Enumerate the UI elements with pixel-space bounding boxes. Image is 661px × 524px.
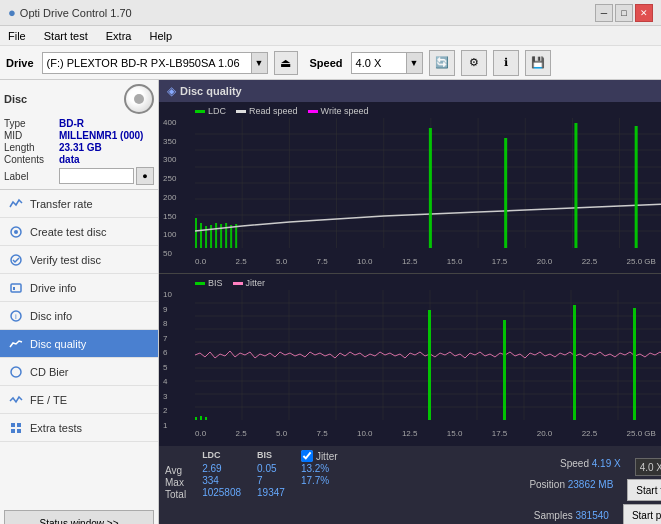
top-chart-y-axis-left: 400 350 300 250 200 150 100 50 [163,118,176,258]
disc-info-rows: Type BD-R MID MILLENMR1 (000) Length 23.… [4,118,154,185]
sidebar-item-create-test-disc[interactable]: Create test disc [0,218,158,246]
stats-row-labels: Avg Max Total [165,450,186,500]
svg-rect-35 [225,223,227,248]
chart-header: ◈ Disc quality [159,80,661,102]
disc-mid-row: MID MILLENMR1 (000) [4,130,154,141]
disc-info-icon: i [8,308,24,324]
verify-test-disc-icon [8,252,24,268]
svg-rect-29 [195,218,197,248]
svg-rect-61 [200,416,202,420]
window-controls: ─ □ ✕ [595,4,653,22]
bis-max: 7 [257,475,285,486]
sidebar-item-cd-bier[interactable]: CD Bier [0,358,158,386]
position-val: 23862 MB [568,479,614,490]
settings-button[interactable]: ⚙ [461,50,487,76]
menu-start-test[interactable]: Start test [40,29,92,43]
bis-total: 19347 [257,487,285,498]
app-title: ● Opti Drive Control 1.70 [8,5,132,20]
fe-te-icon [8,392,24,408]
start-part-button[interactable]: Start part [623,504,661,524]
status-window-button[interactable]: Status window >> [4,510,154,524]
speed-combo-arrow[interactable]: ▼ [407,52,423,74]
disc-label-button[interactable]: ● [136,167,154,185]
stats-bis-col: BIS 0.05 7 19347 [257,450,285,500]
speed-setting-combo[interactable]: 4.0 X [635,458,661,476]
transfer-rate-icon [8,196,24,212]
ldc-max: 334 [202,475,241,486]
svg-text:i: i [15,312,17,321]
sidebar-item-disc-info[interactable]: i Disc info [0,302,158,330]
eject-button[interactable]: ⏏ [274,51,298,75]
chart-icon: ◈ [167,84,176,98]
sidebar-item-fe-te[interactable]: FE / TE [0,386,158,414]
svg-rect-36 [230,225,232,248]
left-panel: Disc Type BD-R MID MILLENMR1 (000) Lengt… [0,80,159,524]
disc-contents-val: data [59,154,80,165]
menu-file[interactable]: File [4,29,30,43]
save-button[interactable]: 💾 [525,50,551,76]
jitter-avg: 13.2% [301,463,338,474]
disc-icon [124,84,154,114]
bis-legend: BIS [195,278,223,288]
stats-bar: Avg Max Total LDC 2.69 334 1025808 BIS [159,446,661,524]
svg-rect-64 [503,320,506,420]
bottom-chart-y-axis-left: 10 9 8 7 6 5 4 3 2 1 [163,290,172,430]
speed-position-info: Speed 4.19 X 4.0 X ▼ [560,458,661,476]
minimize-button[interactable]: ─ [595,4,613,22]
svg-rect-3 [11,284,21,292]
sidebar-item-verify-test-disc[interactable]: Verify test disc [0,246,158,274]
right-stats: Speed 4.19 X 4.0 X ▼ Position [529,450,661,524]
close-button[interactable]: ✕ [635,4,653,22]
refresh-button[interactable]: 🔄 [429,50,455,76]
drive-label: Drive [6,57,34,69]
top-chart-x-axis: 0.0 2.5 5.0 7.5 10.0 12.5 15.0 17.5 20.0… [195,257,661,266]
extra-tests-icon [8,420,24,436]
speed-combo[interactable]: 4.0 X [351,52,407,74]
position-block: Position 23862 MB [529,479,613,501]
svg-rect-63 [428,310,431,420]
svg-rect-33 [215,223,217,248]
svg-rect-60 [195,417,197,420]
disc-label-row: Label ● [4,167,154,185]
menu-help[interactable]: Help [145,29,176,43]
bis-chart: BIS Jitter 10 9 8 7 6 5 4 3 2 [159,274,661,446]
sidebar-item-extra-tests[interactable]: Extra tests [0,414,158,442]
maximize-button[interactable]: □ [615,4,633,22]
jitter-checkbox[interactable] [301,450,313,462]
disc-contents-row: Contents data [4,154,154,165]
drive-combo-arrow[interactable]: ▼ [252,52,268,74]
svg-rect-11 [17,429,21,433]
disc-length-row: Length 23.31 GB [4,142,154,153]
svg-rect-9 [17,423,21,427]
start-full-button[interactable]: Start full [627,479,661,501]
drive-toolbar: Drive (F:) PLEXTOR BD-R PX-LB950SA 1.06 … [0,46,661,80]
disc-mid-val: MILLENMR1 (000) [59,130,143,141]
speed-info-block: Speed 4.19 X [560,458,621,476]
read-speed-legend: Read speed [236,106,298,116]
drive-combo[interactable]: (F:) PLEXTOR BD-R PX-LB950SA 1.06 [42,52,252,74]
samples-info: Samples 381540 Start part [534,504,661,524]
write-speed-legend: Write speed [308,106,369,116]
svg-rect-39 [504,138,507,248]
sidebar-item-transfer-rate[interactable]: Transfer rate [0,190,158,218]
top-chart-legend: LDC Read speed Write speed [195,106,661,116]
cd-bier-icon [8,364,24,380]
speed-setting-block: 4.0 X ▼ [635,458,661,476]
titlebar: ● Opti Drive Control 1.70 ─ □ ✕ [0,0,661,26]
menu-extra[interactable]: Extra [102,29,136,43]
bottom-chart-svg [195,290,661,420]
info-button[interactable]: ℹ [493,50,519,76]
sidebar-item-drive-info[interactable]: Drive info [0,274,158,302]
svg-point-7 [11,367,21,377]
disc-label-input[interactable] [59,168,134,184]
ldc-chart: LDC Read speed Write speed 400 350 300 2… [159,102,661,274]
svg-rect-10 [11,429,15,433]
ldc-avg: 2.69 [202,463,241,474]
drive-info-icon [8,280,24,296]
samples-block: Samples 381540 [534,510,609,521]
sidebar-item-disc-quality[interactable]: Disc quality [0,330,158,358]
disc-quality-icon [8,336,24,352]
svg-rect-62 [205,417,207,420]
jitter-max: 17.7% [301,475,338,486]
stats-table: Avg Max Total LDC 2.69 334 1025808 BIS [165,450,338,500]
